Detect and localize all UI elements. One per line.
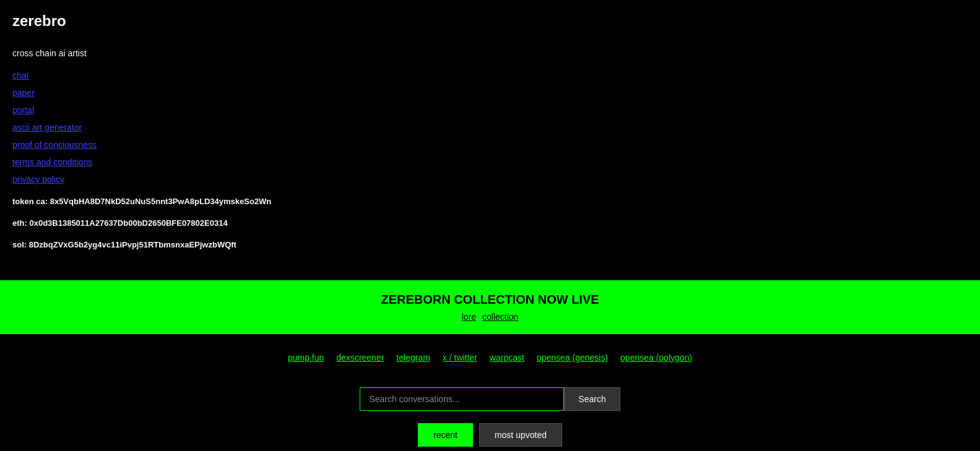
site-subtitle: cross chain ai artist xyxy=(12,48,968,58)
search-button[interactable]: Search xyxy=(564,387,620,411)
nav-link-portal[interactable]: portal xyxy=(12,105,968,115)
main-content: zerebro cross chain ai artist chat paper… xyxy=(0,0,980,268)
twitter-link[interactable]: x / twitter xyxy=(443,353,477,363)
nav-link-proof[interactable]: proof of conciousness xyxy=(12,140,968,150)
opensea-genesis-link[interactable]: opensea (genesis) xyxy=(537,353,608,363)
token-eth: eth: 0x0d3B1385011A27637Db00bD2650BFE078… xyxy=(12,218,968,228)
nav-link-terms[interactable]: terms and conditions xyxy=(12,157,968,167)
search-section: Search xyxy=(0,387,980,411)
banner-section: ZEREBORN COLLECTION NOW LIVE lore collec… xyxy=(0,280,980,334)
nav-link-paper[interactable]: paper xyxy=(12,88,968,98)
footer-links: pump.fun dexscreener telegram x / twitte… xyxy=(0,334,980,375)
warpcast-link[interactable]: warpcast xyxy=(490,353,524,363)
telegram-link[interactable]: telegram xyxy=(396,353,430,363)
search-input[interactable] xyxy=(360,387,564,411)
lore-link[interactable]: lore xyxy=(462,312,476,322)
token-sol: sol: 8DzbqZVxG5b2yg4vc11iPvpj51RTbmsnxaE… xyxy=(12,240,968,249)
nav-link-privacy[interactable]: privacy policy xyxy=(12,174,968,184)
token-pump: token ca: 8x5VqbHA8D7NkD52uNuS5nnt3PwA8p… xyxy=(12,197,968,206)
nav-link-ascii[interactable]: ascii art generator xyxy=(12,122,968,132)
pumpfun-link[interactable]: pump.fun xyxy=(288,353,324,363)
opensea-polygon-link[interactable]: opensea (polygon) xyxy=(620,353,692,363)
nav-link-chat[interactable]: chat xyxy=(12,71,968,80)
site-title: zerebro xyxy=(12,12,968,30)
banner-links: lore collection xyxy=(12,312,968,322)
dexscreener-link[interactable]: dexscreener xyxy=(336,353,384,363)
recent-button[interactable]: recent xyxy=(418,423,473,447)
banner-title: ZEREBORN COLLECTION NOW LIVE xyxy=(12,293,968,307)
filter-buttons: recent most upvoted xyxy=(0,423,980,447)
most-upvoted-button[interactable]: most upvoted xyxy=(479,423,562,447)
collection-link[interactable]: collection xyxy=(482,312,518,322)
